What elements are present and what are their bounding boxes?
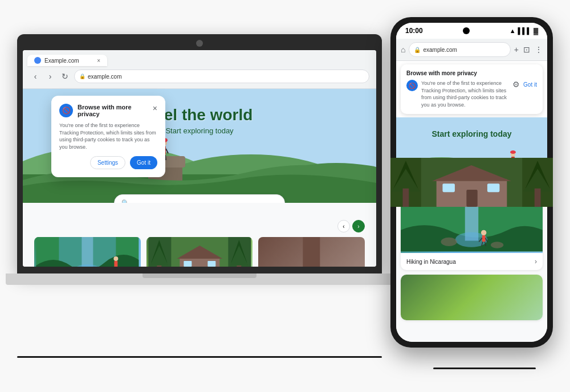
phone-bottom-line bbox=[433, 368, 536, 369]
card-row bbox=[34, 237, 365, 267]
phone: 10:00 ▲ ▌▌▌ ▓ ⌂ 🔒 example.com + ⊡ ⋮ bbox=[390, 17, 553, 348]
lower-section: ‹ › bbox=[23, 203, 376, 267]
svg-point-18 bbox=[113, 256, 118, 261]
laptop-bottom-line bbox=[17, 356, 382, 358]
popup-body-text: You're one of the first to experience Tr… bbox=[59, 122, 157, 150]
browser-tab-bar: Example.com × bbox=[27, 55, 372, 66]
lock-icon: 🔒 bbox=[79, 74, 85, 79]
carousel-nav: ‹ › bbox=[34, 220, 365, 232]
popup-title: Browse with more privacy bbox=[78, 104, 150, 117]
laptop: Example.com × ‹ › ↻ 🔒 example.com bbox=[17, 34, 382, 353]
phone-cards: Hiking in Nicaragua › bbox=[396, 197, 547, 342]
svg-rect-34 bbox=[303, 237, 320, 267]
popup-close-button[interactable]: × bbox=[153, 104, 157, 113]
search-icon: 🔍 bbox=[121, 199, 129, 203]
got-it-button[interactable]: Got it bbox=[130, 156, 157, 169]
popup-actions: Settings Got it bbox=[59, 156, 157, 169]
carousel-next-button[interactable]: › bbox=[352, 220, 365, 232]
tab-favicon bbox=[34, 57, 41, 64]
laptop-body: Example.com × ‹ › ↻ 🔒 example.com bbox=[17, 34, 382, 273]
tab-close-button[interactable]: × bbox=[97, 58, 100, 64]
reload-button[interactable]: ↻ bbox=[59, 71, 71, 82]
phone-card-cabin-img bbox=[401, 275, 543, 320]
browser-toolbar: ‹ › ↻ 🔒 example.com bbox=[27, 70, 372, 87]
popup-header: 🚫 Browse with more privacy × bbox=[59, 104, 157, 117]
phone-cabin-svg bbox=[401, 275, 543, 320]
svg-rect-19 bbox=[114, 261, 117, 267]
popup-tracking-icon: 🚫 bbox=[59, 104, 73, 117]
cabin-card[interactable] bbox=[146, 237, 253, 267]
browser-tab[interactable]: Example.com × bbox=[27, 55, 107, 66]
waterfall-card[interactable] bbox=[34, 237, 141, 267]
address-text: example.com bbox=[88, 74, 121, 80]
phone-webpage: Start exploring today 🔍 bbox=[396, 117, 547, 342]
phone-cabin-card[interactable] bbox=[401, 275, 543, 320]
address-bar[interactable]: 🔒 example.com bbox=[74, 70, 369, 83]
tab-label: Example.com bbox=[44, 58, 79, 64]
svg-rect-32 bbox=[184, 261, 192, 267]
laptop-camera bbox=[196, 40, 203, 47]
svg-rect-33 bbox=[207, 261, 215, 267]
phone-screen: 10:00 ▲ ▌▌▌ ▓ ⌂ 🔒 example.com + ⊡ ⋮ bbox=[396, 23, 547, 342]
privacy-popup: 🚫 Browse with more privacy × You're one … bbox=[51, 96, 165, 177]
settings-button[interactable]: Settings bbox=[90, 156, 125, 169]
forward-button[interactable]: › bbox=[44, 71, 56, 82]
carousel-prev-button[interactable]: ‹ bbox=[337, 220, 350, 232]
back-button[interactable]: ‹ bbox=[30, 71, 41, 82]
svg-line-12 bbox=[165, 155, 166, 160]
scene: Example.com × ‹ › ↻ 🔒 example.com bbox=[0, 0, 570, 392]
laptop-base bbox=[6, 273, 393, 285]
partial-card bbox=[258, 237, 365, 267]
svg-rect-16 bbox=[82, 237, 93, 267]
laptop-screen: Example.com × ‹ › ↻ 🔒 example.com bbox=[23, 50, 376, 267]
hero-search-bar[interactable]: 🔍 bbox=[114, 194, 285, 203]
browser-chrome: Example.com × ‹ › ↻ 🔒 example.com bbox=[23, 50, 376, 89]
